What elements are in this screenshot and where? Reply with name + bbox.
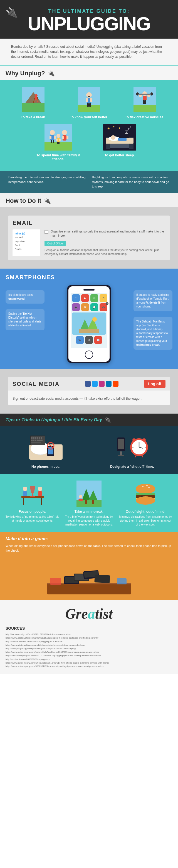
svg-point-109 [132,438,136,442]
svg-rect-89 [37,438,38,439]
inbox-item: Inbox (1) [15,231,38,236]
svg-rect-71 [79,329,99,333]
out-of-sight-img [119,480,173,507]
log-off-button[interactable]: Log off [144,380,166,388]
why-section: To take a break. [0,80,178,171]
svg-text:★: ★ [107,127,110,130]
phone-mockup: f ▶ ✉ 🎵 📷 🗺 💬 🎮 ✕ [67,285,111,363]
why-grid-bottom: To spend time with family & friends. [5,123,173,161]
svg-point-119 [23,487,27,491]
why-item-family: To spend time with family & friends. [33,123,84,161]
svg-rect-90 [39,438,40,439]
svg-point-132 [142,486,144,487]
svg-point-14 [86,92,92,98]
svg-point-4 [35,94,37,97]
svg-rect-149 [50,578,61,585]
drafts-item: Drafts [15,247,38,251]
svg-rect-33 [145,100,146,104]
description-sleep: Bright lights from computer screens mess… [89,175,173,189]
phone-stack-illustration [47,561,131,594]
svg-rect-81 [33,437,34,438]
sources-title: SOURCES [5,626,173,630]
source-2: https://www.addictivetips.com/2014/01/16… [5,637,173,640]
description-interpersonal-text: Banishing the Internet can lead to stron… [8,175,86,184]
email-sidebar: Inbox (1) Starred Important Sent Drafts [12,229,40,256]
plug-icon: 🔌 [5,7,18,19]
instagram-dot [99,381,105,386]
why-item-know-img [64,85,114,113]
description-interpersonal: Banishing the Internet can lead to stron… [5,175,89,189]
social-header: SOCIAL MEDIA Log off [8,377,170,391]
svg-point-37 [50,130,55,135]
daily-tips-top: No phones in bed. [0,426,178,474]
svg-rect-18 [87,103,89,107]
svg-rect-19 [89,103,91,107]
svg-rect-24 [143,96,147,100]
email-checkbox[interactable] [44,230,49,234]
phone-screen: f ▶ ✉ 🎵 📷 🗺 💬 🎮 ✕ [71,293,107,348]
starred-item: Starred [15,236,38,240]
phone-center: f ▶ ✉ 🎵 📷 🗺 💬 🎮 ✕ [47,285,131,363]
svg-point-59 [111,135,115,140]
tips-plug-icon: 🔌 [105,417,111,423]
tip-sabbath: The Sabbath Manifesto app (for Blackberr… [134,317,173,350]
out-of-sight-label: Out of sight, out of mind. [119,510,173,514]
svg-rect-94 [35,440,36,441]
svg-rect-118 [30,496,35,497]
why-break-label: To take a break. [8,115,58,119]
shutoff-img [92,432,173,462]
svg-text:z: z [130,126,131,128]
svg-point-129 [79,495,82,498]
why-know-label: To know yourself better. [64,115,114,119]
svg-rect-26 [147,94,150,97]
svg-rect-16 [86,98,88,102]
dock-app-1: 📞 [76,336,84,344]
focus-desc: Try following a "no-phones at the table"… [5,515,59,523]
svg-rect-83 [37,437,38,438]
hiker-illustration [22,87,44,112]
source-4: https://www.addictivetips.com/mobile/app… [5,644,173,647]
smartphones-title: SMARTPHONES [5,274,173,281]
svg-rect-93 [33,440,34,441]
tip-no-phones-bed: No phones in bed. [5,432,86,469]
svg-rect-148 [94,575,110,583]
social-section: SOCIAL MEDIA Log off Sign out or deactiv… [8,377,170,405]
why-sleep-label: To get better sleep. [94,153,145,157]
facebook-dot [85,381,91,386]
svg-rect-82 [35,437,36,438]
svg-rect-140 [47,583,131,594]
intro-text: Bombarded by emails? Stressed out about … [11,44,167,59]
sent-item: Sent [15,243,38,247]
phone-layout: It's ok to leave texts unanswered. Enabl… [5,285,173,363]
how-plug-icon: 🔌 [44,197,51,204]
svg-rect-25 [139,94,142,97]
no-phones-illustration [28,433,64,461]
why-item-know: To know yourself better. [64,85,114,119]
svg-rect-87 [33,438,34,439]
description-sleep-text: Bright lights from computer screens mess… [92,175,170,189]
svg-rect-120 [23,491,27,496]
social-description: Sign out or deactivate social media acco… [8,393,170,405]
app-icon-7: 💬 [90,303,98,311]
svg-rect-100 [118,455,124,456]
why-title: Why Unplug? [5,70,45,77]
source-1: http://lixe.unseenlly.net/post/977912713… [5,633,173,637]
svg-rect-98 [118,439,124,449]
why-item-family-img [33,123,84,151]
why-creative-label: To flex creative muscles. [120,115,170,119]
phone-stack-wrapper [0,557,178,600]
source-3: http://mashable.com/2013/01/17/unpluggin… [5,640,173,644]
family-illustration [44,124,72,151]
svg-rect-128 [92,500,94,504]
svg-line-111 [135,455,136,457]
sources-list: http://lixe.unseenlly.net/post/977912713… [5,633,173,668]
tip-mini-break: Take a mini-break. Try a brief vacation … [62,480,116,527]
phone-home-button[interactable] [85,350,93,359]
out-of-office-button[interactable]: Out of Office [44,241,66,246]
out-of-sight-desc: Minimize distractions from smartphones b… [119,515,173,527]
svg-rect-17 [90,98,92,102]
svg-rect-126 [85,500,87,504]
svg-point-133 [146,485,148,486]
svg-rect-46 [66,136,68,139]
focus-label: Focus on people. [5,510,59,514]
